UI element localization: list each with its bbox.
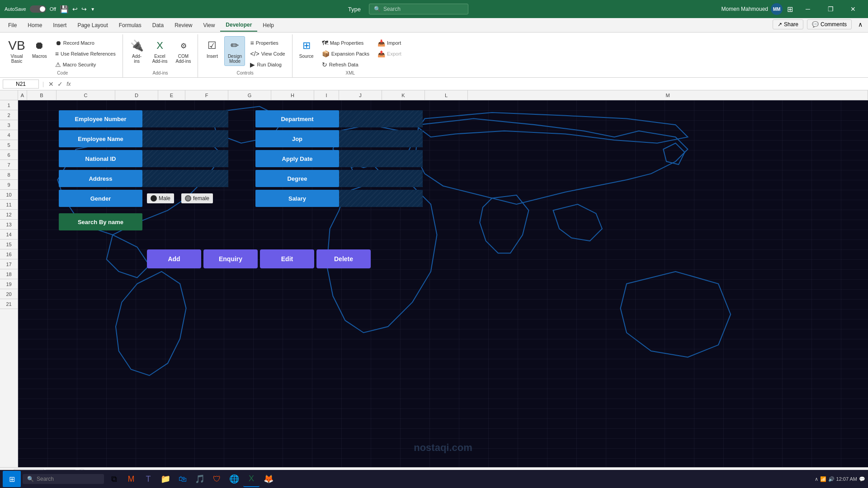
col-header-h[interactable]: H xyxy=(271,90,314,100)
row-15[interactable]: 15 xyxy=(0,239,18,249)
tab-file[interactable]: File xyxy=(3,19,22,31)
restore-button[interactable]: ❐ xyxy=(820,2,841,16)
job-input[interactable] xyxy=(339,130,423,147)
radio-female[interactable]: female xyxy=(181,193,213,203)
save-icon[interactable]: 💾 xyxy=(60,5,69,14)
expansion-packs-button[interactable]: 📦 Expansion Packs xyxy=(319,49,373,59)
chrome-icon[interactable]: 🌐 xyxy=(226,471,242,487)
row-19[interactable]: 19 xyxy=(0,279,18,289)
explorer-icon[interactable]: 📁 xyxy=(157,471,174,487)
row-6[interactable]: 6 xyxy=(0,150,18,160)
taskbar-search[interactable]: 🔍 Search xyxy=(23,474,104,484)
tab-page-layout[interactable]: Page Layout xyxy=(72,19,113,31)
firewall-icon[interactable]: 🛡 xyxy=(209,471,225,487)
user-avatar[interactable]: MM xyxy=(771,3,783,15)
add-ins-button[interactable]: 🔌 Add-ins xyxy=(127,36,147,66)
ribbon-collapse[interactable]: ∧ xyxy=(855,20,865,29)
tab-developer[interactable]: Developer xyxy=(220,19,257,32)
taskview-icon[interactable]: ⧉ xyxy=(106,471,122,487)
col-header-k[interactable]: K xyxy=(382,90,425,100)
row-11[interactable]: 11 xyxy=(0,200,18,210)
row-1[interactable]: 1 xyxy=(0,100,18,110)
row-7[interactable]: 7 xyxy=(0,160,18,170)
employee-number-input[interactable] xyxy=(142,110,228,127)
tab-help[interactable]: Help xyxy=(257,19,279,31)
close-button[interactable]: ✕ xyxy=(843,2,863,16)
undo-icon[interactable]: ↩ xyxy=(72,5,78,13)
cancel-formula-icon[interactable]: ✕ xyxy=(47,80,55,89)
properties-button[interactable]: ≡ Properties xyxy=(247,38,288,48)
run-dialog-button[interactable]: ▶ Run Dialog xyxy=(247,60,288,70)
macros-button[interactable]: ⏺ Macros xyxy=(29,36,50,61)
tab-view[interactable]: View xyxy=(198,19,221,31)
view-code-button[interactable]: </> View Code xyxy=(247,49,288,59)
col-header-l[interactable]: L xyxy=(425,90,468,100)
edit-button[interactable]: Edit xyxy=(260,249,314,268)
row-20[interactable]: 20 xyxy=(0,289,18,299)
source-button[interactable]: ⊞ Source xyxy=(296,36,317,61)
macro-security-button[interactable]: ⚠ Macro Security xyxy=(52,60,119,70)
row-2[interactable]: 2 xyxy=(0,110,18,120)
refresh-data-button[interactable]: ↻ Refresh Data xyxy=(319,60,373,70)
quick-access-down[interactable]: ▼ xyxy=(90,7,95,12)
autosave-toggle[interactable] xyxy=(30,5,46,13)
volume-icon[interactable]: 🔊 xyxy=(828,476,835,482)
col-header-a[interactable]: A xyxy=(18,90,27,100)
title-search-box[interactable]: 🔍 Search xyxy=(369,4,468,14)
insert-control-button[interactable]: ☑ Insert xyxy=(202,36,222,61)
teams-icon[interactable]: T xyxy=(140,471,156,487)
tab-formulas[interactable]: Formulas xyxy=(113,19,147,31)
notification-icon[interactable]: 💬 xyxy=(859,476,865,482)
delete-button[interactable]: Delete xyxy=(316,249,371,268)
apply-date-input[interactable] xyxy=(339,150,423,167)
matlab-icon[interactable]: M xyxy=(123,471,139,487)
record-macro-button[interactable]: ⏺ Record Macro xyxy=(52,38,119,48)
row-5[interactable]: 5 xyxy=(0,140,18,150)
col-header-g[interactable]: G xyxy=(228,90,271,100)
col-header-f[interactable]: F xyxy=(185,90,228,100)
row-13[interactable]: 13 xyxy=(0,220,18,230)
col-header-m[interactable]: M xyxy=(468,90,868,100)
address-input[interactable] xyxy=(142,170,228,187)
row-17[interactable]: 17 xyxy=(0,259,18,269)
col-header-j[interactable]: J xyxy=(339,90,382,100)
share-button[interactable]: ↗ Share xyxy=(773,19,803,29)
formula-input[interactable] xyxy=(73,80,865,88)
export-button[interactable]: 📤 Export xyxy=(374,49,405,59)
excel-add-ins-button[interactable]: X ExcelAdd-ins xyxy=(149,36,171,66)
row-14[interactable]: 14 xyxy=(0,230,18,239)
layout-icon[interactable]: ⊞ xyxy=(787,5,793,14)
tab-review[interactable]: Review xyxy=(169,19,198,31)
visual-basic-button[interactable]: VB VisualBasic xyxy=(6,36,27,66)
degree-input[interactable] xyxy=(339,170,423,187)
radio-male[interactable]: Male xyxy=(147,193,174,203)
design-mode-button[interactable]: ✏ DesignMode xyxy=(224,36,245,66)
add-button[interactable]: Add xyxy=(147,249,201,268)
map-properties-button[interactable]: 🗺 Map Properties xyxy=(319,38,373,48)
col-header-c[interactable]: C xyxy=(57,90,115,100)
excel-taskbar-icon[interactable]: X xyxy=(243,471,259,487)
employee-name-input[interactable] xyxy=(142,130,228,147)
salary-input[interactable] xyxy=(339,190,423,207)
cell-reference[interactable] xyxy=(3,80,39,89)
redo-icon[interactable]: ↪ xyxy=(81,5,87,13)
col-header-d[interactable]: D xyxy=(115,90,158,100)
com-add-ins-button[interactable]: ⚙ COMAdd-ins xyxy=(173,36,194,66)
row-10[interactable]: 10 xyxy=(0,190,18,200)
row-3[interactable]: 3 xyxy=(0,120,18,130)
national-id-input[interactable] xyxy=(142,150,228,167)
col-header-i[interactable]: I xyxy=(314,90,339,100)
row-21[interactable]: 21 xyxy=(0,299,18,309)
import-button[interactable]: 📥 Import xyxy=(374,38,405,48)
confirm-formula-icon[interactable]: ✓ xyxy=(57,80,64,89)
insert-function-icon[interactable]: fx xyxy=(66,80,71,88)
row-9[interactable]: 9 xyxy=(0,180,18,190)
enquiry-button[interactable]: Enquiry xyxy=(203,249,258,268)
row-8[interactable]: 8 xyxy=(0,170,18,180)
tab-home[interactable]: Home xyxy=(22,19,47,31)
row-4[interactable]: 4 xyxy=(0,130,18,140)
windows-store-icon[interactable]: 🛍 xyxy=(175,471,191,487)
tab-data[interactable]: Data xyxy=(147,19,169,31)
up-arrow-icon[interactable]: ∧ xyxy=(815,476,818,482)
tab-insert[interactable]: Insert xyxy=(47,19,72,31)
